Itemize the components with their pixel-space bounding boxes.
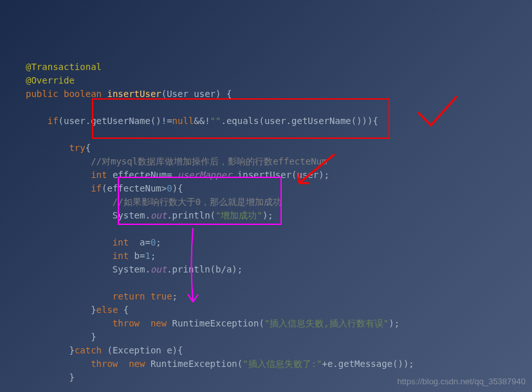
keyword: int [91, 170, 107, 180]
keyword: throw [113, 318, 140, 328]
field: userMapper [178, 170, 232, 180]
string: "增加成功" [216, 210, 262, 220]
keyword: return [113, 291, 145, 301]
variable: effecteNum [113, 170, 167, 180]
code-text: (User user) { [161, 89, 232, 99]
code-text: .insertUser(user); [232, 170, 329, 180]
keyword: true [151, 291, 172, 301]
code-text: a= [129, 237, 151, 247]
class-name: RuntimeException [151, 359, 237, 369]
keyword: public [26, 89, 59, 99]
field: out [151, 210, 167, 220]
keyword: int [113, 251, 129, 261]
keyword: int [113, 237, 129, 247]
keyword: null [172, 116, 194, 126]
string: "" [210, 116, 221, 126]
code-text: System. [113, 264, 151, 274]
comment: //如果影响行数大于0，那么就是增加成功 [113, 197, 282, 207]
code-text: ; [151, 251, 156, 261]
code-text: ; [172, 291, 178, 301]
code-text: { [86, 143, 91, 153]
keyword: if [48, 116, 59, 126]
comment: //对mysql数据库做增加操作后，影响的行数effecteNum [91, 156, 327, 166]
code-editor[interactable]: @Transactional @Override public boolean … [26, 60, 532, 392]
code-text: +e.getMessage()); [322, 359, 414, 369]
keyword: new [129, 359, 145, 369]
code-text: .println(b/a); [167, 264, 243, 274]
method-name: insertUser [107, 89, 161, 99]
class-name: RuntimeException [172, 318, 259, 328]
code-text: .println( [167, 210, 216, 220]
code-text: ){ [172, 183, 183, 193]
code-text: ( [237, 359, 243, 369]
code-text: ); [262, 210, 273, 220]
field: out [151, 264, 167, 274]
string: "插入信息失败了:" [243, 359, 322, 369]
keyword: boolean [64, 89, 102, 99]
code-text: { [118, 305, 129, 315]
code-text: (user.getUserName()!= [59, 116, 172, 126]
code-text: } [69, 372, 74, 382]
keyword: try [69, 143, 85, 153]
code-text: } [91, 332, 96, 342]
annotation: @Override [26, 75, 75, 85]
code-text: System. [113, 210, 151, 220]
code-text: ( [259, 318, 264, 328]
code-text: .equals(user.getUserName())){ [221, 116, 378, 126]
keyword: throw [91, 359, 118, 369]
code-text: &&! [194, 116, 210, 126]
code-text: (Exception e){ [102, 345, 183, 355]
code-text: b= [129, 251, 145, 261]
string: "插入信息失败,插入行数有误" [264, 318, 389, 328]
keyword: else [96, 305, 118, 315]
variable: effecteNum [107, 183, 161, 193]
number: 1 [145, 251, 150, 261]
code-text: ; [156, 237, 161, 247]
code-text: } [69, 345, 74, 355]
keyword: new [151, 318, 167, 328]
code-text: ); [389, 318, 399, 328]
code-text: = [167, 170, 178, 180]
annotation: @Transactional [26, 62, 102, 72]
watermark: https://blog.csdn.net/qq_35387940 [398, 375, 526, 388]
keyword: catch [75, 345, 102, 355]
code-text: > [161, 183, 167, 193]
number: 0 [167, 183, 172, 193]
code-text: } [91, 305, 96, 315]
keyword: if [91, 183, 102, 193]
